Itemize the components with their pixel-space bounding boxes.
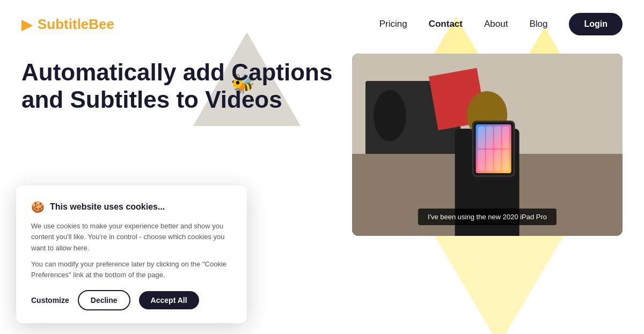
logo[interactable]: ▶ SubtitleBee <box>21 16 114 33</box>
cookie-body: We use cookies to make your experience b… <box>31 221 232 280</box>
cookie-body-text-1: We use cookies to make your experience b… <box>31 221 232 253</box>
cookie-header: 🍪 This website uses cookies... <box>31 201 232 213</box>
cookie-accept-button[interactable]: Accept All <box>139 291 199 309</box>
nav-pricing[interactable]: Pricing <box>379 19 407 29</box>
cookie-title: This website uses cookies... <box>50 202 165 212</box>
login-button[interactable]: Login <box>569 13 623 35</box>
tablet-app-7 <box>494 150 501 172</box>
video-section: I've been using the new 2020 iPad Pro <box>352 48 623 334</box>
header: ▶ SubtitleBee Pricing Contact About Blog… <box>0 0 644 48</box>
tablet-app-3 <box>494 127 501 149</box>
tablet-app-4 <box>502 127 509 149</box>
video-caption: I've been using the new 2020 iPad Pro <box>418 209 557 225</box>
video-speaker <box>374 90 406 141</box>
tablet-app-2 <box>486 127 493 149</box>
cookie-body-text-2: You can modify your preference later by … <box>31 259 232 280</box>
logo-play-icon: ▶ <box>21 16 33 33</box>
tablet <box>472 121 515 177</box>
nav-about[interactable]: About <box>484 19 508 29</box>
tablet-app-6 <box>486 150 493 172</box>
hero-title: Automatically add Captions and Subtitles… <box>21 59 352 113</box>
triangle-yellow-bottom-decoration <box>429 227 569 334</box>
tablet-app-8 <box>502 150 509 172</box>
nav-contact[interactable]: Contact <box>429 19 463 29</box>
cookie-decline-button[interactable]: Decline <box>78 290 130 310</box>
tablet-screen <box>476 124 511 173</box>
main-nav: Pricing Contact About Blog Login <box>379 13 623 35</box>
cookie-banner: 🍪 This website uses cookies... We use co… <box>16 185 247 323</box>
cookie-customize-link[interactable]: Customize <box>31 296 69 305</box>
video-scene: I've been using the new 2020 iPad Pro <box>352 54 623 236</box>
video-player[interactable]: I've been using the new 2020 iPad Pro <box>352 54 623 236</box>
cookie-icon: 🍪 <box>31 201 45 213</box>
logo-text: SubtitleBee <box>38 16 114 33</box>
tablet-app-5 <box>478 150 485 172</box>
nav-blog[interactable]: Blog <box>529 19 547 29</box>
cookie-actions: Customize Decline Accept All <box>31 290 232 310</box>
tablet-app-1 <box>478 127 485 149</box>
